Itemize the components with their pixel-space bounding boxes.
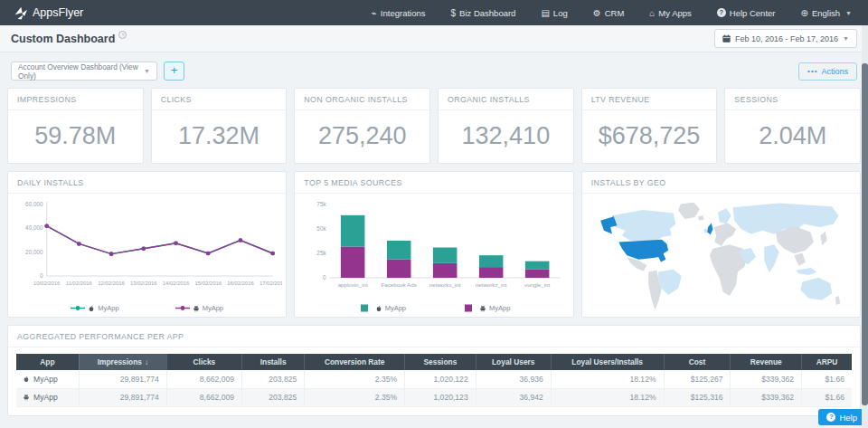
column-header-revenue[interactable]: Revenue (731, 354, 802, 370)
svg-text:16/02/2016: 16/02/2016 (227, 281, 254, 286)
geo-iceland[interactable] (698, 215, 703, 220)
table-row-ios: MyApp29,891,7748,662,009203,8252.35%1,02… (16, 370, 852, 388)
dashboard-select[interactable]: Account Overview Dashboard (View Only) ▼ (11, 62, 157, 81)
column-header-installs[interactable]: Installs (241, 354, 304, 370)
table-cell: 8,662,009 (166, 370, 241, 388)
svg-text:vungle_int: vungle_int (524, 281, 550, 288)
nav-item-help-center[interactable]: ?Help Center (704, 0, 788, 25)
geo-australia[interactable] (800, 278, 832, 300)
geo-new-zealand[interactable] (835, 296, 839, 305)
kpi-label: LTV REVENUE (582, 89, 717, 110)
nav-item-biz-dashboard[interactable]: $Biz Dashboard (439, 0, 529, 25)
geo-europe[interactable] (713, 224, 736, 247)
ios-icon (375, 305, 382, 312)
plug-icon: ⌁ (372, 8, 377, 18)
actions-label: Actions (821, 67, 848, 76)
table-cell: $125,316 (664, 388, 731, 406)
top-navbar: AppsFlyer ⌁Integrations$Biz Dashboard▤Lo… (0, 0, 868, 25)
legend-item-ios[interactable]: MyApp (358, 304, 406, 312)
help-button[interactable]: ? Help (818, 409, 865, 425)
legend-label: MyApp (489, 304, 510, 312)
column-header-sessions[interactable]: Sessions (405, 354, 476, 370)
legend-label: MyApp (98, 304, 118, 312)
geo-united-states[interactable] (618, 240, 668, 262)
geo-russia[interactable] (732, 204, 838, 234)
geo-brazil[interactable] (658, 270, 682, 295)
legend-item-ios[interactable]: MyApp (71, 304, 118, 312)
kpi-value: 275,240 (295, 110, 429, 150)
geo-scandinavia[interactable] (718, 208, 731, 224)
kpi-value: 2.04M (725, 110, 860, 150)
column-header-app[interactable]: App (16, 354, 79, 370)
geo-china[interactable] (776, 226, 814, 253)
actions-button[interactable]: ••• Actions (798, 62, 857, 81)
kpi-label: SESSIONS (725, 89, 860, 110)
kpi-row: IMPRESSIONS59.78MCLICKS17.32MNON ORGANIC… (7, 88, 861, 164)
table-cell: $1.66 (802, 370, 853, 388)
table-cell: 1,020,123 (405, 388, 476, 406)
home-icon: ⌂ (649, 8, 655, 18)
column-header-clicks[interactable]: Clicks (166, 354, 241, 370)
table-cell: 36,942 (476, 388, 551, 406)
app-name: MyApp (33, 375, 58, 384)
svg-text:60,000: 60,000 (25, 201, 43, 207)
kpi-card-ltv-revenue: LTV REVENUE$678,725 (581, 88, 718, 164)
column-header-loyal-users-installs[interactable]: Loyal Users/Installs (551, 354, 664, 370)
geo-indonesia[interactable] (796, 268, 817, 275)
add-dashboard-button[interactable]: + (164, 62, 184, 81)
nav-item-label: Biz Dashboard (459, 8, 515, 18)
legend-item-android[interactable]: MyApp (462, 304, 510, 312)
nav-item-label: Integrations (381, 8, 426, 18)
nav-item-integrations[interactable]: ⌁Integrations (359, 0, 439, 25)
log-icon: ▤ (541, 8, 549, 18)
world-map (590, 199, 853, 315)
kpi-card-impressions: IMPRESSIONS59.78M (7, 88, 144, 164)
svg-text:14/02/2016: 14/02/2016 (163, 281, 190, 286)
legend-item-android[interactable]: MyApp (175, 304, 223, 312)
nav-item-crm[interactable]: ⚙CRM (580, 0, 637, 25)
android-icon (479, 305, 486, 312)
line-marker (175, 304, 190, 312)
kpi-card-sessions: SESSIONS2.04M (724, 88, 861, 164)
svg-text:12/02/2016: 12/02/2016 (98, 281, 125, 286)
installs-by-geo-title: INSTALLS BY GEO (582, 172, 860, 194)
info-icon[interactable]: ? (118, 31, 127, 39)
gears-icon: ⚙ (593, 8, 601, 18)
table-cell: 203,825 (241, 370, 304, 388)
help-icon: ? (717, 8, 726, 17)
nav-item-my-apps[interactable]: ⌂My Apps (637, 0, 703, 25)
nav-menu: ⌁Integrations$Biz Dashboard▤Log⚙CRM⌂My A… (359, 0, 864, 25)
table-cell: 8,662,009 (166, 388, 241, 406)
geo-alaska[interactable] (600, 216, 617, 233)
geo-mexico[interactable] (627, 257, 646, 271)
geo-japan[interactable] (820, 232, 826, 246)
column-header-arpu[interactable]: ARPU (802, 354, 853, 370)
kpi-value: $678,725 (582, 110, 717, 150)
geo-greenland[interactable] (678, 203, 700, 219)
kpi-value: 59.78M (8, 110, 143, 150)
geo-ireland[interactable] (703, 228, 707, 233)
scrollbar-thumb[interactable] (862, 63, 868, 405)
column-header-loyal-users[interactable]: Loyal Users (476, 354, 551, 370)
dashboard-toolbar: Account Overview Dashboard (View Only) ▼… (0, 52, 868, 84)
geo-united-kingdom[interactable] (707, 224, 712, 235)
calendar-icon (722, 34, 731, 43)
appsflyer-logo[interactable]: AppsFlyer (13, 6, 83, 20)
column-header-cost[interactable]: Cost (664, 354, 731, 370)
nav-item-label: My Apps (658, 8, 691, 18)
geo-india[interactable] (764, 244, 778, 272)
svg-text:40,000: 40,000 (25, 224, 43, 231)
geo-canada[interactable] (612, 210, 675, 243)
geo-southeast-asia[interactable] (794, 252, 806, 266)
nav-item-english[interactable]: ⊕English▼ (788, 0, 865, 25)
nav-item-log[interactable]: ▤Log (528, 0, 580, 25)
column-header-conversion-rate[interactable]: Conversion Rate (305, 354, 405, 370)
legend-label: MyApp (385, 304, 406, 312)
date-range-picker[interactable]: Feb 10, 2016 - Feb 17, 2016 ▼ (714, 29, 857, 48)
page-scrollbar (862, 25, 868, 428)
aggregated-performance-title: AGGREGATED PERFORMANCE PER APP (8, 326, 860, 347)
kpi-value: 17.32M (152, 110, 287, 150)
svg-text:0: 0 (40, 272, 43, 279)
svg-text:25k: 25k (317, 250, 327, 256)
column-header-impressions[interactable]: Impressions↓ (79, 354, 166, 370)
